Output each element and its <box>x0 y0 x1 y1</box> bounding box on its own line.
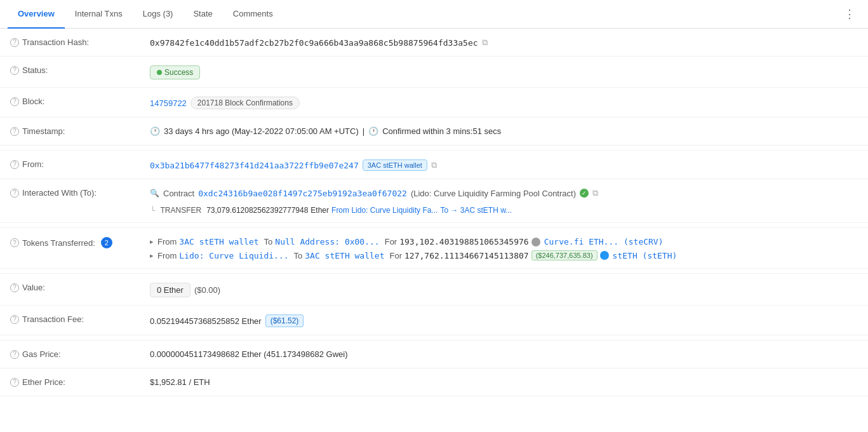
ether-price-row: ? Ether Price: $1,952.81 / ETH <box>0 368 868 396</box>
timestamp-separator: | <box>363 126 364 136</box>
token1-to-label: To <box>264 237 273 246</box>
interacted-label: Interacted With (To): <box>22 188 97 198</box>
token1-to-link[interactable]: Null Address: 0x00... <box>275 237 379 246</box>
timestamp-confirmed: Confirmed within 3 mins:51 secs <box>382 126 501 136</box>
value-help-icon[interactable]: ? <box>10 283 19 292</box>
fee-usd-badge: ($61.52) <box>265 314 304 327</box>
status-row: ? Status: Success <box>0 57 868 88</box>
tokens-row: ? Tokens Transferred: 2 ▸ From 3AC stETH… <box>0 228 868 269</box>
transfer-from: From Lido: Curve Liquidity Fa... <box>331 206 437 215</box>
transaction-hash-help-icon[interactable]: ? <box>10 38 19 47</box>
token2-name-link[interactable]: stETH (stETH) <box>613 251 678 260</box>
block-label: Block: <box>22 97 44 106</box>
spacer-4 <box>0 335 868 341</box>
transaction-hash-value-col: 0x97842fe1c40dd1b57adf2cb27b2f0c9a666b43… <box>150 36 858 48</box>
from-help-icon[interactable]: ? <box>10 160 19 169</box>
contract-name: (Lido: Curve Liquidity Farming Pool Cont… <box>411 189 576 198</box>
from-row: ? From: 0x3ba21b6477f48273f41d241aa3722f… <box>0 151 868 179</box>
tab-internal-txns[interactable]: Internal Txns <box>65 0 133 29</box>
ether-price-help-icon[interactable]: ? <box>10 378 19 387</box>
spacer-3 <box>0 269 868 274</box>
timestamp-row: ? Timestamp: 🕐 33 days 4 hrs ago (May-12… <box>0 118 868 145</box>
token2-usd-badge: ($246,737,635.83) <box>531 250 598 260</box>
ether-price-value: $1,952.81 / ETH <box>150 377 210 387</box>
contract-text: Contract <box>163 189 194 198</box>
token2-from-link[interactable]: Lido: Curve Liquidi... <box>179 251 288 260</box>
interacted-help-icon[interactable]: ? <box>10 189 19 198</box>
tab-state[interactable]: State <box>183 0 222 29</box>
copy-contract-icon[interactable]: ⧉ <box>592 188 598 198</box>
tokens-value-col: ▸ From 3AC stETH wallet To Null Address:… <box>150 236 858 260</box>
transfer-info: └ TRANSFER 73,079.612082562392777948 Eth… <box>150 206 512 215</box>
spacer-1 <box>0 145 868 151</box>
status-help-icon[interactable]: ? <box>10 66 19 75</box>
token1-amount: 193,102.403198851065345976 <box>399 237 529 246</box>
tab-overview[interactable]: Overview <box>8 0 65 29</box>
token1-icon <box>531 238 540 246</box>
token1-for-label: For <box>385 237 397 246</box>
transaction-hash-label: Transaction Hash: <box>22 37 89 47</box>
copy-hash-icon[interactable]: ⧉ <box>482 37 488 48</box>
from-wallet-badge: 3AC stETH wallet <box>363 159 427 171</box>
transfer-token: Ether <box>310 206 329 215</box>
tab-logs[interactable]: Logs (3) <box>133 0 184 29</box>
interacted-label-col: ? Interacted With (To): <box>10 187 150 198</box>
tokens-label-col: ? Tokens Transferred: 2 <box>10 236 150 248</box>
value-usd: ($0.00) <box>194 285 220 295</box>
token2-from-label: From <box>157 251 177 260</box>
tokens-help-icon[interactable]: ? <box>10 238 19 247</box>
status-value: Success <box>164 68 193 77</box>
gas-value: 0.000000451173498682 Ether (451.17349868… <box>150 349 348 359</box>
from-value-col: 0x3ba21b6477f48273f41d241aa3722ffb9e07e2… <box>150 158 858 171</box>
from-label: From: <box>22 159 44 169</box>
spacer-2 <box>0 223 868 228</box>
token2-to-label: To <box>294 251 303 260</box>
ether-price-value-col: $1,952.81 / ETH <box>150 376 858 387</box>
ether-price-label-col: ? Ether Price: <box>10 376 150 387</box>
tokens-label: Tokens Transferred: <box>22 238 95 248</box>
token1-name-link[interactable]: Curve.fi ETH... (steCRV) <box>544 237 664 246</box>
status-value-col: Success <box>150 64 858 79</box>
gas-value-col: 0.000000451173498682 Ether (451.17349868… <box>150 348 858 359</box>
tokens-count-badge: 2 <box>101 237 112 248</box>
clock-icon: 🕐 <box>150 126 160 136</box>
block-number-link[interactable]: 14759722 <box>150 98 187 108</box>
token1-from-label: From <box>157 237 177 246</box>
fee-row: ? Transaction Fee: 0.052194457368525852 … <box>0 306 868 335</box>
value-label-col: ? Value: <box>10 281 150 292</box>
block-help-icon[interactable]: ? <box>10 97 19 106</box>
timestamp-label-col: ? Timestamp: <box>10 125 150 136</box>
tabs-bar: Overview Internal Txns Logs (3) State Co… <box>0 0 868 29</box>
fee-label-col: ? Transaction Fee: <box>10 313 150 324</box>
gas-help-icon[interactable]: ? <box>10 350 19 359</box>
gas-label-col: ? Gas Price: <box>10 348 150 359</box>
block-value-col: 14759722 201718 Block Confirmations <box>150 95 858 109</box>
value-amount-badge: 0 Ether <box>150 283 190 297</box>
interacted-row: ? Interacted With (To): 🔍 Contract 0xdc2… <box>0 179 868 223</box>
interacted-value-col: 🔍 Contract 0xdc24316b9ae028f1497c275eb91… <box>150 187 858 215</box>
token2-to-link[interactable]: 3AC stETH wallet <box>305 251 384 260</box>
ether-price-label: Ether Price: <box>22 377 65 387</box>
transfer-label: TRANSFER <box>161 206 202 215</box>
timestamp-label: Timestamp: <box>22 126 65 136</box>
token2-icon <box>600 251 609 260</box>
more-options-button[interactable]: ⋮ <box>839 4 860 24</box>
search-icon: 🔍 <box>150 189 159 198</box>
token-2-row: ▸ From Lido: Curve Liquidi... To 3AC stE… <box>150 250 677 260</box>
block-confirmations-badge: 201718 Block Confirmations <box>190 97 300 109</box>
token1-arrow-icon: ▸ <box>150 238 154 246</box>
value-row: ? Value: 0 Ether ($0.00) <box>0 274 868 306</box>
timestamp-help-icon[interactable]: ? <box>10 127 19 136</box>
status-label: Status: <box>22 65 48 75</box>
tab-comments[interactable]: Comments <box>223 0 283 29</box>
contract-address-link[interactable]: 0xdc24316b9ae028f1497c275eb9192a3ea0f670… <box>198 189 407 198</box>
copy-from-icon[interactable]: ⧉ <box>431 160 437 170</box>
fee-help-icon[interactable]: ? <box>10 315 19 324</box>
from-address-link[interactable]: 0x3ba21b6477f48273f41d241aa3722ffb9e07e2… <box>150 161 359 170</box>
status-label-col: ? Status: <box>10 64 150 75</box>
token1-from-link[interactable]: 3AC stETH wallet <box>179 237 258 246</box>
fee-amount: 0.052194457368525852 Ether <box>150 316 262 326</box>
verified-icon: ✓ <box>580 189 589 198</box>
token2-arrow-icon: ▸ <box>150 252 154 260</box>
timestamp-value-col: 🕐 33 days 4 hrs ago (May-12-2022 07:05:0… <box>150 125 858 136</box>
